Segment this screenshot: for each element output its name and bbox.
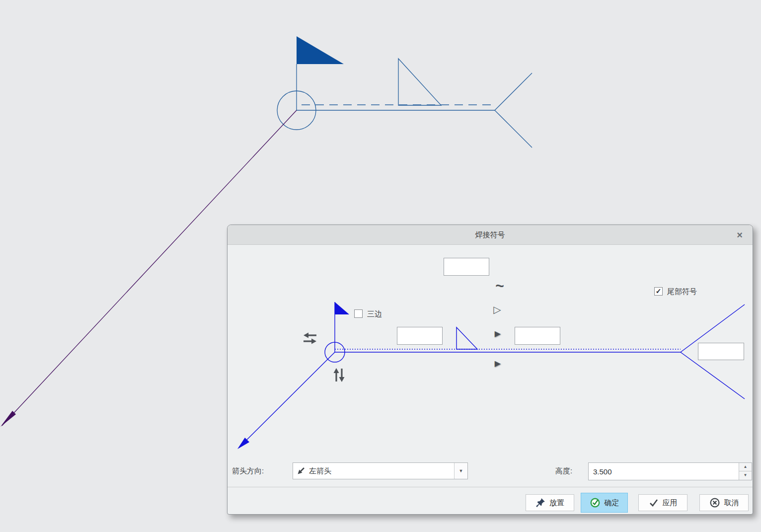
arrow-direction-label: 箭头方向: bbox=[232, 465, 264, 476]
ok-button[interactable]: 确定 bbox=[581, 493, 628, 513]
height-spinner: ▲ ▼ bbox=[739, 463, 752, 480]
cancel-button[interactable]: 取消 bbox=[699, 494, 749, 511]
apply-button-label: 应用 bbox=[663, 498, 678, 508]
cancel-button-label: 取消 bbox=[724, 498, 739, 508]
swap-sides-icon[interactable] bbox=[301, 331, 319, 345]
flip-updown-icon[interactable] bbox=[332, 367, 346, 383]
checkmark-icon: ✓ bbox=[655, 288, 662, 295]
height-field: ▲ ▼ bbox=[588, 462, 752, 480]
place-button-label: 放置 bbox=[549, 498, 564, 508]
weld-triangle-outline-symbol[interactable]: ▷ bbox=[491, 304, 503, 314]
three-sides-checkbox[interactable] bbox=[354, 309, 363, 318]
apply-check-icon bbox=[649, 498, 659, 507]
spinner-down-icon[interactable]: ▼ bbox=[739, 471, 752, 480]
left-arrow-icon bbox=[293, 466, 309, 476]
preview-weld-triangle bbox=[457, 327, 477, 349]
weld-tail-input[interactable] bbox=[698, 343, 744, 360]
contour-tilde-symbol[interactable]: ~ bbox=[490, 279, 510, 294]
welding-symbol-dialog: 焊接符号 × bbox=[227, 225, 753, 515]
arrow-direction-dropdown[interactable]: 左箭头 ▼ bbox=[293, 462, 468, 479]
canvas-tail-lower bbox=[495, 110, 532, 148]
tail-symbol-label: 尾部符号 bbox=[667, 287, 697, 296]
height-label: 高度: bbox=[555, 465, 572, 476]
footer-divider bbox=[228, 487, 753, 487]
dialog-title: 焊接符号 bbox=[228, 225, 753, 245]
canvas-weld-triangle bbox=[398, 59, 441, 105]
dialog-titlebar[interactable]: 焊接符号 × bbox=[228, 225, 753, 245]
weld-spec-top-input[interactable] bbox=[444, 258, 489, 276]
weld-spec-left-input[interactable] bbox=[397, 327, 443, 345]
three-sides-label: 三边 bbox=[367, 309, 382, 318]
height-input[interactable] bbox=[589, 463, 739, 480]
ok-check-circle-icon bbox=[590, 497, 601, 508]
preview-leader-arrowhead bbox=[237, 438, 249, 449]
arrow-direction-value: 左箭头 bbox=[309, 466, 454, 476]
weld-symbol-arrow-top[interactable]: ▶ bbox=[492, 330, 503, 338]
canvas-tail-upper bbox=[495, 73, 532, 110]
application-window: 焊接符号 × bbox=[0, 0, 761, 532]
preview-leader-line bbox=[239, 352, 335, 448]
weld-spec-right-input[interactable] bbox=[515, 327, 560, 345]
dropdown-caret-icon[interactable]: ▼ bbox=[454, 463, 467, 479]
canvas-flag bbox=[297, 36, 344, 64]
preview-flag bbox=[335, 302, 349, 314]
preview-leader-circle bbox=[325, 342, 345, 362]
tail-symbol-checkbox[interactable]: ✓ bbox=[654, 287, 663, 296]
canvas-leader-arrowhead bbox=[0, 411, 16, 427]
cancel-x-circle-icon bbox=[709, 497, 720, 508]
close-icon[interactable]: × bbox=[734, 228, 746, 241]
pushpin-icon bbox=[535, 498, 545, 508]
apply-button[interactable]: 应用 bbox=[638, 494, 687, 511]
place-button[interactable]: 放置 bbox=[526, 494, 574, 511]
weld-symbol-arrow-bottom[interactable]: ▶ bbox=[492, 360, 503, 368]
ok-button-label: 确定 bbox=[605, 498, 619, 508]
spinner-up-icon[interactable]: ▲ bbox=[739, 463, 752, 471]
